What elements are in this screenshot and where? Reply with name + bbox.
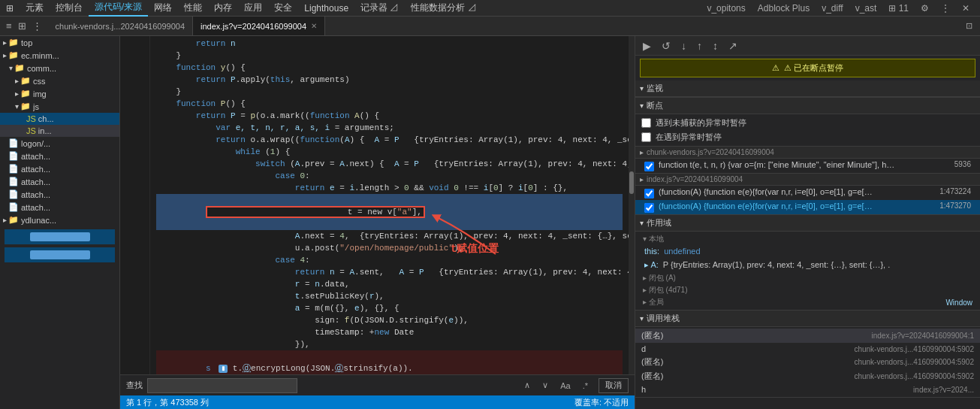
code-line: }), xyxy=(156,338,623,350)
breakpoints-header[interactable]: ▾ 断点 xyxy=(635,98,980,114)
voptions-btn[interactable]: v_opitons xyxy=(702,2,749,15)
bp-exception-check[interactable] xyxy=(641,132,651,142)
status-line-col: 第 1 行，第 473358 列 xyxy=(126,397,209,408)
code-line: a = m(m({}, e), {}, { xyxy=(156,302,623,314)
tree-item-attach2[interactable]: ▸ 📄 attach... xyxy=(0,162,119,175)
tab-index-js[interactable]: index.js?v=20240416099004 ✕ xyxy=(193,17,325,35)
scope-closure-A[interactable]: ▸ 闭包 (A) xyxy=(635,272,980,284)
scope-global[interactable]: ▸ 全局 Window xyxy=(635,296,980,308)
source1-content: function t(e, t, n, r) {var o={m: ["eine… xyxy=(635,159,980,173)
source1-entry[interactable]: function t(e, t, n, r) {var o={m: ["eine… xyxy=(635,159,980,173)
source2-check2[interactable] xyxy=(644,203,654,213)
tree-item-in[interactable]: ▸ JS in... xyxy=(0,125,119,137)
search-input[interactable] xyxy=(147,378,297,393)
watch-header[interactable]: ▾ 监视 xyxy=(635,80,980,97)
tree-item-css[interactable]: ▸ 📁 css xyxy=(0,74,119,87)
source1-loc: 5936 xyxy=(954,160,971,168)
cs-item-4[interactable]: h index.js?v=2024... xyxy=(635,383,980,395)
tree-item-img[interactable]: ▸ 📁 img xyxy=(0,87,119,100)
scope-A[interactable]: ▸ A: P {tryEntries: Array(1), prev: 4, n… xyxy=(635,259,980,272)
step-btn[interactable]: ↕ xyxy=(710,38,721,53)
menu-console[interactable]: 控制台 xyxy=(50,0,89,16)
tree-item-js[interactable]: ▾ 📁 js xyxy=(0,100,119,113)
cs-loc-2: chunk-vendors.j...4160990004:5902 xyxy=(854,358,974,366)
source1-check[interactable] xyxy=(644,162,654,171)
code-line: sign: f(D(JSON.D.stringify(e)), xyxy=(156,314,623,326)
menu-icon[interactable]: ⊞ xyxy=(0,2,20,15)
menu-network[interactable]: 网络 xyxy=(148,0,178,16)
vast-btn[interactable]: v_ast xyxy=(851,2,882,15)
nav-page-icon[interactable]: ≡ xyxy=(3,19,15,33)
tree-item-top[interactable]: ▸ 📁 top xyxy=(0,36,119,49)
source2-subheader[interactable]: ▸ index.js?v=20240416099004 xyxy=(635,174,980,186)
cs-item-0[interactable]: (匿名) index.js?v=20240416099004:1 xyxy=(635,329,980,343)
cs-item-3[interactable]: (匿名) chunk-vendors.j...4160990004:5902 xyxy=(635,369,980,383)
tab-close-btn[interactable]: ✕ xyxy=(311,22,317,30)
tab-chunk-vendors[interactable]: chunk-vendors.j...20240416099004 xyxy=(48,17,193,35)
menu-performance[interactable]: 性能 xyxy=(178,0,208,16)
cs-label-4: h xyxy=(641,385,910,394)
vdiff-btn[interactable]: v_diff xyxy=(817,2,847,15)
menu-perf-data[interactable]: 性能数据分析 ⊿ xyxy=(405,0,482,16)
new-tab-icon[interactable]: ⊞ xyxy=(15,19,29,33)
tree-item-attach3[interactable]: ▸ 📄 attach... xyxy=(0,175,119,188)
code-editor[interactable]: return n } function y() { return P.apply… xyxy=(120,36,635,374)
menu-application[interactable]: 应用 xyxy=(238,0,268,16)
regex-btn[interactable]: .* xyxy=(578,378,593,393)
step-over-btn[interactable]: ↺ xyxy=(659,38,674,53)
tree-item-attach5[interactable]: ▸ 📄 attach... xyxy=(0,201,119,214)
menu-sources[interactable]: 源代码/来源 xyxy=(89,0,148,17)
scope-header[interactable]: ▾ 作用域 xyxy=(635,215,980,232)
tabbar: ≡ ⊞ ⋮ chunk-vendors.j...20240416099004 i… xyxy=(0,17,980,36)
tree-item-attach1[interactable]: ▸ 📄 attach... xyxy=(0,150,119,162)
source2-entry2[interactable]: (function(A) {function e(e){for(var n,r,… xyxy=(635,200,980,214)
search-up-btn[interactable]: ∧ xyxy=(520,378,535,393)
tree-item-attach4[interactable]: ▸ 📄 attach... xyxy=(0,188,119,201)
notice-icon: ⚠ xyxy=(772,63,779,73)
search-cancel-btn[interactable]: 取消 xyxy=(599,378,629,393)
deactivate-btn[interactable]: ↗ xyxy=(725,38,740,53)
tree-item-ch[interactable]: ▸ JS ch... xyxy=(0,113,119,125)
vertical-scrollbar[interactable] xyxy=(629,36,635,374)
cs-label-0: (匿名) xyxy=(641,330,868,341)
tree-item-logon[interactable]: ▸ 📄 logon/... xyxy=(0,137,119,150)
bp-uncaught-check[interactable] xyxy=(641,118,651,128)
cs-item-2[interactable]: (匿名) chunk-vendors.j...4160990004:5902 xyxy=(635,355,980,369)
cs-label-1: d xyxy=(641,344,851,353)
search-down-btn[interactable]: ∨ xyxy=(538,378,553,393)
resume-btn[interactable]: ▶ xyxy=(640,38,654,53)
more-icon[interactable]: ⋮ xyxy=(936,2,954,15)
menu-lighthouse[interactable]: Lighthouse xyxy=(298,2,354,15)
close-icon[interactable]: ✕ xyxy=(957,2,974,15)
debug-panel: ▶ ↺ ↓ ↑ ↕ ↗ ⚠ ⚠ 已在断点暂停 ▾ 监视 ▾ 断点 xyxy=(635,36,980,409)
step-into-btn[interactable]: ↓ xyxy=(678,38,689,53)
menu-security[interactable]: 安全 xyxy=(268,0,298,16)
scope-global-val: Window xyxy=(945,298,972,307)
cs-item-1[interactable]: d chunk-vendors.j...4160990004:5902 xyxy=(635,343,980,355)
scope-closure-4d71[interactable]: ▸ 闭包 (4d71) xyxy=(635,284,980,296)
settings-icon[interactable]: ⚙ xyxy=(916,2,933,15)
code-line: return P = p(o.a.mark((function A() { xyxy=(156,110,623,122)
code-content[interactable]: return n } function y() { return P.apply… xyxy=(150,36,629,374)
source2-label: index.js?v=20240416099004 xyxy=(647,175,743,183)
source2-check1[interactable] xyxy=(644,189,654,198)
scrollbar-thumb[interactable] xyxy=(629,171,634,194)
more-tabs-icon[interactable]: ⋮ xyxy=(29,19,45,33)
split-editor-icon[interactable]: ⊡ xyxy=(963,20,975,32)
tree-item-comm[interactable]: ▾ 📁 comm... xyxy=(0,62,119,74)
source1-subheader[interactable]: ▸ chunk-vendors.js?v=20240416099004 xyxy=(635,147,980,159)
ext-count[interactable]: ⊞ 11 xyxy=(884,2,913,15)
menu-recorder[interactable]: 记录器 ⊿ xyxy=(354,0,405,16)
match-case-btn[interactable]: Aa xyxy=(556,378,574,393)
menu-elements[interactable]: 元素 xyxy=(20,0,50,16)
tab-left-icons: ≡ ⊞ ⋮ xyxy=(0,19,48,33)
tree-item-ydlunac[interactable]: ▸ 📁 ydlunac... xyxy=(0,214,119,226)
tree-item-ecminm[interactable]: ▸ 📁 ec.minm... xyxy=(0,49,119,62)
callstack-header[interactable]: ▾ 调用堆栈 xyxy=(635,311,980,327)
menu-memory[interactable]: 内存 xyxy=(208,0,238,16)
adblock-btn[interactable]: Adblock Plus xyxy=(753,2,814,15)
tab-label-chunk: chunk-vendors.j...20240416099004 xyxy=(56,22,185,31)
code-line: return o.a.wrap((function(A) { A = P {tr… xyxy=(156,134,623,146)
source2-entry1[interactable]: (function(A) {function e(e){for(var n,r,… xyxy=(635,186,980,200)
step-out-btn[interactable]: ↑ xyxy=(694,38,705,53)
